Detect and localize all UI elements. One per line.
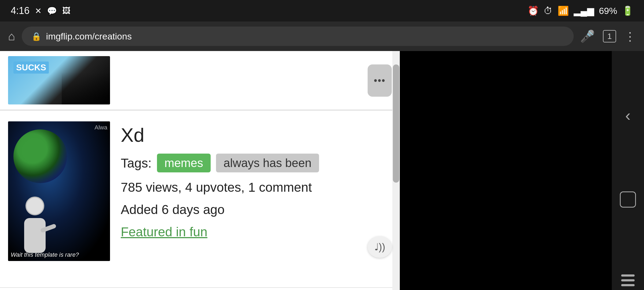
image-icon: 🖼 bbox=[62, 6, 70, 15]
scrollbar[interactable] bbox=[392, 51, 400, 290]
navigation-bars[interactable] bbox=[621, 274, 635, 286]
more-menu-icon[interactable]: ⋮ bbox=[624, 30, 636, 43]
square-button[interactable] bbox=[620, 191, 636, 208]
browser-chrome: ⌂ 🔒 imgflip.com/creations 🎤 1 ⋮ bbox=[0, 21, 644, 51]
meme-info: Xd Tags: memes always has been 785 views… bbox=[121, 121, 392, 277]
music-button[interactable]: ♩)) bbox=[368, 236, 392, 258]
meme-title: Xd bbox=[121, 124, 392, 146]
nav-bar-1 bbox=[621, 274, 635, 277]
nav-bar-3 bbox=[621, 284, 635, 286]
music-note-icon: ♩)) bbox=[374, 241, 385, 253]
clock-icon: ⏱ bbox=[544, 6, 553, 16]
astronaut-arm bbox=[40, 223, 57, 233]
browser-content: SUCKS Alwa Wait this template is bbox=[0, 51, 644, 290]
more-options-icon: ••• bbox=[374, 75, 386, 86]
lock-icon: 🔒 bbox=[31, 32, 41, 41]
tag-always-has-been[interactable]: always has been bbox=[216, 154, 319, 172]
time-display: 4:16 bbox=[11, 5, 30, 16]
main-content: SUCKS Alwa Wait this template is bbox=[0, 51, 400, 290]
astronaut-helmet bbox=[25, 197, 44, 215]
home-button[interactable]: ⌂ bbox=[8, 30, 15, 43]
bottom-card bbox=[0, 288, 400, 290]
signal-icon: ▂▄▆ bbox=[574, 5, 594, 16]
status-left: 4:16 ✕ 💬 🖼 bbox=[11, 5, 70, 16]
top-card-image: SUCKS bbox=[8, 56, 110, 104]
astronaut-body bbox=[24, 218, 46, 253]
tab-count[interactable]: 1 bbox=[603, 30, 616, 42]
space-background: Alwa Wait this template is rare? bbox=[8, 121, 110, 261]
nav-bar-2 bbox=[621, 279, 635, 281]
tags-row: Tags: memes always has been bbox=[121, 154, 392, 172]
url-text: imgflip.com/creations bbox=[46, 31, 132, 42]
wifi-icon: 📶 bbox=[558, 5, 569, 16]
astronaut-graphic bbox=[19, 199, 51, 253]
back-arrow-icon[interactable]: ‹ bbox=[625, 106, 631, 125]
alarm-icon: ⏰ bbox=[528, 5, 539, 16]
battery-display: 69% bbox=[599, 6, 617, 16]
meme-added: Added 6 days ago bbox=[121, 202, 392, 217]
meme-watermark: Alwa bbox=[94, 124, 107, 131]
meme-image-container[interactable]: Alwa Wait this template is rare? bbox=[8, 121, 110, 261]
meme-card: Alwa Wait this template is rare? Xd Tags… bbox=[0, 111, 400, 288]
meme-stats: 785 views, 4 upvotes, 1 comment bbox=[121, 180, 392, 195]
meme-featured-link[interactable]: Featured in fun bbox=[121, 224, 392, 239]
mute-icon: ✕ bbox=[35, 6, 42, 16]
message-icon: 💬 bbox=[47, 6, 57, 16]
status-right: ⏰ ⏱ 📶 ▂▄▆ 69% 🔋 bbox=[528, 5, 633, 16]
right-navigation: ‹ bbox=[612, 51, 644, 290]
microphone-icon[interactable]: 🎤 bbox=[580, 29, 595, 43]
top-card: SUCKS bbox=[0, 51, 400, 110]
tag-memes[interactable]: memes bbox=[157, 154, 211, 172]
browser-actions: 🎤 1 ⋮ bbox=[580, 29, 636, 43]
hand-overlay bbox=[62, 72, 110, 104]
meme-text-overlay: Wait this template is rare? bbox=[11, 251, 79, 258]
address-bar[interactable]: 🔒 imgflip.com/creations bbox=[22, 27, 574, 46]
tags-label: Tags: bbox=[121, 156, 152, 171]
sucks-label: SUCKS bbox=[13, 61, 49, 74]
status-bar: 4:16 ✕ 💬 🖼 ⏰ ⏱ 📶 ▂▄▆ 69% 🔋 bbox=[0, 0, 644, 21]
earth-graphic bbox=[13, 129, 67, 183]
more-options-button[interactable]: ••• bbox=[368, 64, 392, 97]
scrollbar-thumb[interactable] bbox=[393, 64, 399, 183]
battery-icon: 🔋 bbox=[622, 5, 633, 16]
